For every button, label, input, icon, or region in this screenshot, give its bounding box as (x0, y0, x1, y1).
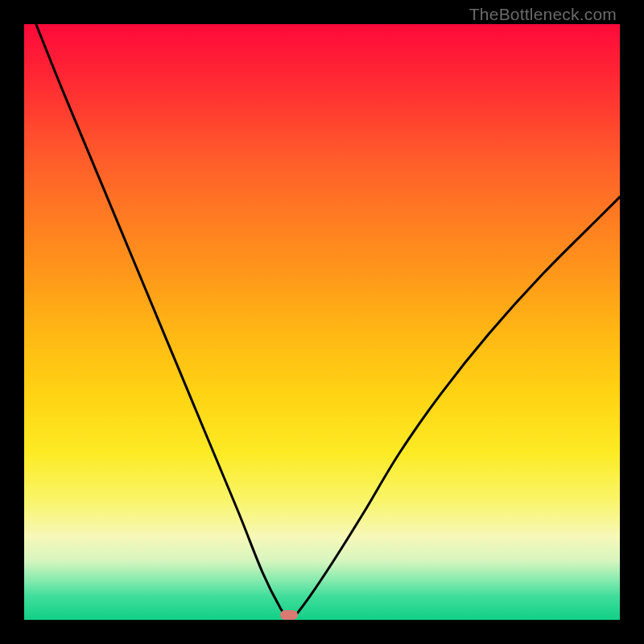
bottleneck-curve (24, 24, 620, 620)
curve-right-branch (292, 197, 620, 620)
plot-area (24, 24, 620, 620)
watermark-text: TheBottleneck.com (469, 5, 617, 24)
curve-left-branch (36, 24, 290, 620)
chart-frame: TheBottleneck.com (0, 0, 644, 644)
minimum-marker (280, 610, 298, 620)
